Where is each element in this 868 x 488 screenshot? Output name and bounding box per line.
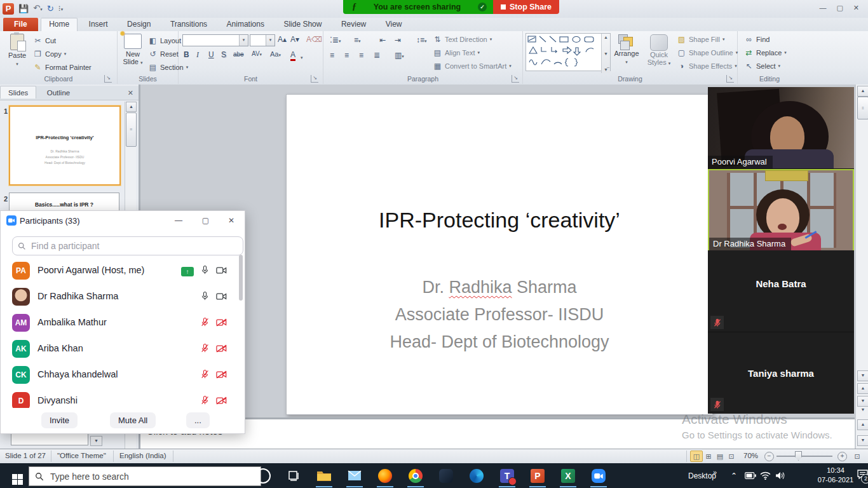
video-tile-neha[interactable]: Neha Batra xyxy=(708,250,854,332)
muted-camera-icon[interactable] xyxy=(216,370,227,381)
language-indicator[interactable]: English (India) xyxy=(119,452,166,459)
slide-thumbnail-1[interactable]: IPR-Protecting ‘creativity’ Dr. Radhika … xyxy=(9,105,121,186)
vertical-scrollbar[interactable]: ▲ ≡ ▼ ▲▲ ▼▼ ▲ ▼ xyxy=(855,85,868,449)
shapes-scrollbar[interactable]: ▲ ▼ ▼̅ xyxy=(601,34,610,73)
muted-mic-icon[interactable] xyxy=(201,369,209,382)
mute-all-button[interactable]: Mute All xyxy=(110,412,156,428)
slide-subtitle-line3[interactable]: Head- Dept of Biotechnology xyxy=(287,332,712,352)
tray-chevron-icon[interactable]: ⌃ xyxy=(731,463,737,488)
invite-button[interactable]: Invite xyxy=(41,412,78,428)
next-slide-button[interactable]: ▼▼ xyxy=(857,396,868,407)
window-close-button[interactable]: ✕ xyxy=(228,216,234,225)
powerpoint-taskbar-icon[interactable]: P xyxy=(529,467,546,484)
scrollbar-thumb[interactable]: ≡ xyxy=(126,112,137,147)
gallery-more-icon[interactable]: ▼̅ xyxy=(604,67,608,72)
convert-smartart-button[interactable]: ▦Convert to SmartArt▾ xyxy=(433,62,512,71)
search-input[interactable] xyxy=(30,240,238,252)
drawing-dialog-launcher-icon[interactable]: ↘ xyxy=(726,75,734,83)
window-restore-button[interactable]: ▢ xyxy=(836,4,843,12)
scroll-down-icon[interactable]: ▼ xyxy=(604,51,608,56)
participant-row[interactable]: AK Ariba Khan xyxy=(1,336,236,362)
mic-icon[interactable] xyxy=(201,265,209,278)
tab-home[interactable]: Home xyxy=(41,18,78,31)
slide-thumbnail-partial[interactable] xyxy=(11,433,88,445)
slide-canvas[interactable]: IPR-Protecting ‘creativity’ Dr. Radhika … xyxy=(286,94,713,415)
notes-pane[interactable]: Click to add notes xyxy=(140,417,855,451)
chevron-down-icon[interactable]: ▾ xyxy=(266,35,275,46)
tab-insert[interactable]: Insert xyxy=(81,18,116,31)
paragraph-dialog-launcher-icon[interactable]: ↘ xyxy=(512,75,519,83)
clipboard-dialog-launcher-icon[interactable]: ↘ xyxy=(104,75,112,83)
replace-button[interactable]: ⇄Replace▾ xyxy=(744,48,787,57)
excel-icon[interactable]: X xyxy=(559,467,577,484)
window-close-button[interactable]: ✕ xyxy=(853,4,859,12)
columns-button[interactable]: ▥▾ xyxy=(395,51,404,60)
zoom-slider-track[interactable] xyxy=(776,456,832,457)
cortana-icon[interactable] xyxy=(254,467,272,484)
muted-camera-icon[interactable] xyxy=(216,396,227,407)
align-right-button[interactable]: ≡ xyxy=(359,51,363,60)
select-button[interactable]: ↖Select▾ xyxy=(744,62,780,71)
edge-icon[interactable] xyxy=(468,467,485,484)
muted-mic-icon[interactable] xyxy=(201,343,209,356)
zoom-out-button[interactable]: − xyxy=(764,452,774,461)
fit-to-window-button[interactable]: ⊡ xyxy=(851,451,863,461)
shape-fill-button[interactable]: ▧Shape Fill▾ xyxy=(677,35,724,44)
muted-mic-icon[interactable] xyxy=(201,317,209,330)
tab-transitions[interactable]: Transitions xyxy=(162,18,215,31)
chevron-down-icon[interactable]: ▾ xyxy=(239,35,248,46)
participant-row[interactable]: Dr Radhika Sharma xyxy=(1,284,236,310)
window-maximize-button[interactable]: ▢ xyxy=(202,216,209,225)
muted-camera-icon[interactable] xyxy=(216,344,227,355)
font-dialog-launcher-icon[interactable]: ↘ xyxy=(311,75,318,83)
slide-indicator[interactable]: Slide 1 of 27 xyxy=(5,452,46,459)
participant-row[interactable]: D Divyanshi xyxy=(1,388,236,408)
theme-indicator[interactable]: "Office Theme" xyxy=(57,452,106,459)
mic-icon[interactable] xyxy=(201,291,209,304)
tab-slide-show[interactable]: Slide Show xyxy=(275,18,330,31)
text-shadow-button[interactable]: S xyxy=(221,50,226,59)
notes-scroll-down-button[interactable]: ▼ xyxy=(857,435,868,446)
participant-row[interactable]: CK Chhaya khandelwal xyxy=(1,362,236,388)
zoom-level[interactable]: 70% xyxy=(743,452,758,459)
zoom-in-button[interactable]: + xyxy=(837,452,847,461)
window-minimize-button[interactable]: — xyxy=(819,4,826,12)
font-color-button[interactable]: A xyxy=(290,50,295,61)
numbering-button[interactable]: ≡▾ xyxy=(354,36,361,44)
change-case-button[interactable]: Aa▾ xyxy=(270,50,281,58)
taskbar-search[interactable] xyxy=(29,466,261,486)
slide-subtitle-line2[interactable]: Associate Professor- IISDU xyxy=(287,305,712,325)
shape-effects-button[interactable]: ◑Shape Effects▾ xyxy=(677,62,737,71)
outline-tab[interactable]: Outline xyxy=(39,86,78,98)
tab-file[interactable]: File xyxy=(3,18,38,31)
toolbar-overflow-icon[interactable]: » xyxy=(713,459,717,484)
clear-formatting-button[interactable]: A⌫ xyxy=(306,35,322,44)
text-direction-button[interactable]: ⇅Text Direction▾ xyxy=(433,35,492,44)
slide-title[interactable]: IPR-Protecting ‘creativity’ xyxy=(287,208,712,233)
slide-subtitle-line1[interactable]: Dr. Radhika Sharma xyxy=(287,278,712,297)
whiteboard-app-icon[interactable] xyxy=(437,467,455,484)
volume-icon[interactable] xyxy=(775,463,785,488)
reset-button[interactable]: ↺Reset xyxy=(148,50,179,58)
undo-icon[interactable]: ↶▾ xyxy=(33,3,42,15)
scroll-down-button[interactable]: ▼ xyxy=(857,370,868,381)
video-tile-taniya[interactable]: Taniya sharma xyxy=(708,332,854,414)
strikethrough-button[interactable]: abe xyxy=(233,51,244,58)
font-size-combo[interactable]: ▾ xyxy=(250,34,275,46)
italic-button[interactable]: I xyxy=(196,50,199,60)
file-explorer-icon[interactable] xyxy=(315,467,333,484)
mail-icon[interactable] xyxy=(346,467,363,484)
decrease-indent-button[interactable]: ⇤ xyxy=(379,36,386,44)
start-button[interactable] xyxy=(3,467,21,484)
slides-tab[interactable]: Slides xyxy=(0,86,36,98)
battery-icon[interactable] xyxy=(745,463,756,488)
previous-slide-button[interactable]: ▲▲ xyxy=(857,383,868,394)
font-name-combo[interactable]: ▾ xyxy=(182,34,248,46)
zoom-slider-thumb[interactable] xyxy=(795,451,802,461)
slide-show-button[interactable]: ⊡ xyxy=(726,451,737,461)
normal-view-button[interactable]: ◫ xyxy=(690,451,703,462)
notes-scroll-up-button[interactable]: ▲ xyxy=(857,419,868,430)
powerpoint-icon[interactable]: P xyxy=(3,3,14,15)
window-minimize-button[interactable]: — xyxy=(175,216,182,225)
chevron-down-icon[interactable]: ▾ xyxy=(301,52,303,61)
